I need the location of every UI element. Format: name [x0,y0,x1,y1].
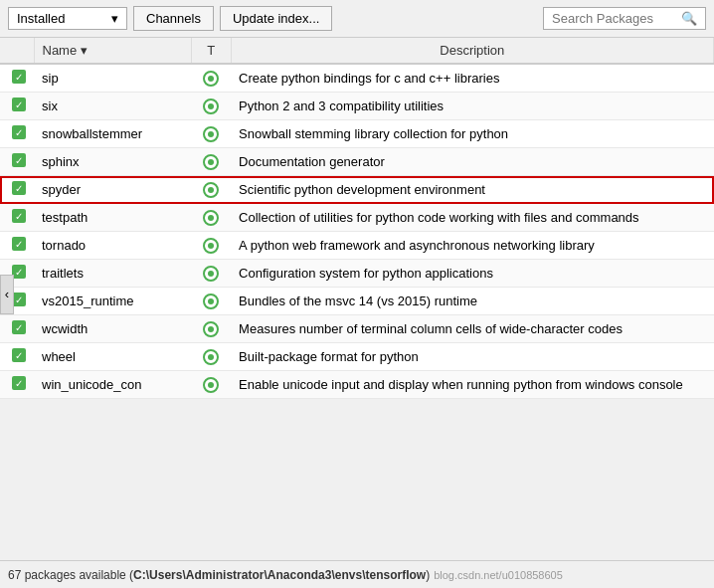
table-row[interactable]: sipCreate python bindings for c and c++ … [0,64,714,93]
package-type-icon [203,238,219,254]
checked-icon [12,181,26,195]
package-type-icon [203,154,219,170]
table-row[interactable]: tornadoA python web framework and asynch… [0,232,714,260]
package-type-icon [203,294,219,309]
package-name: spyder [34,176,191,204]
checked-icon [12,293,26,306]
checked-icon [12,376,26,390]
checked-icon [12,237,26,251]
filter-dropdown[interactable]: Installed ▾ [8,7,127,30]
package-type [191,343,231,371]
row-checkbox[interactable] [0,93,34,120]
package-description: Configuration system for python applicat… [231,260,713,288]
package-name: win_unicode_con [34,371,191,399]
type-col-header: T [191,38,231,64]
row-checkbox[interactable] [0,148,34,176]
sort-icon: ▾ [81,43,88,58]
package-type-icon [203,182,219,198]
row-checkbox[interactable] [0,232,34,260]
package-type-icon [203,321,219,337]
sidebar-toggle-arrow[interactable]: ‹ [0,275,14,314]
package-type [191,148,231,176]
row-checkbox[interactable] [0,64,34,93]
package-name: six [34,93,191,120]
package-type-icon [203,98,219,114]
desc-col-header: Description [231,38,713,64]
package-type [191,204,231,232]
checked-icon [12,348,26,362]
package-name: sip [34,64,191,93]
checked-icon [12,320,26,334]
package-name: tornado [34,232,191,260]
package-name: sphinx [34,148,191,176]
package-name: testpath [34,204,191,232]
packages-table: Name ▾ T Description sipCreate python bi… [0,38,714,399]
update-index-button[interactable]: Update index... [220,6,332,31]
package-type [191,120,231,148]
package-description: Create python bindings for c and c++ lib… [231,64,713,93]
table-row[interactable]: testpathCollection of utilities for pyth… [0,204,714,232]
name-col-header[interactable]: Name ▾ [34,38,191,64]
package-description: Documentation generator [231,148,713,176]
package-type [191,260,231,288]
package-description: Enable unicode input and display when ru… [231,371,713,399]
search-icon: 🔍 [681,11,697,26]
package-type-icon [203,71,219,87]
status-suffix: ) [426,568,430,582]
table-row[interactable]: spyderScientific python development envi… [0,176,714,204]
package-type [191,315,231,343]
check-col-header [0,38,34,64]
package-type [191,371,231,399]
table-row[interactable]: wcwidthMeasures number of terminal colum… [0,315,714,343]
table-row[interactable]: wheelBuilt-package format for python [0,343,714,371]
package-type-icon [203,349,219,365]
status-bar: 67 packages available (C:\Users\Administ… [0,560,714,588]
package-name: wheel [34,343,191,371]
row-checkbox[interactable] [0,315,34,343]
package-type-icon [203,377,219,393]
package-type-icon [203,126,219,142]
package-description: Bundles of the msvc 14 (vs 2015) runtime [231,288,713,315]
checked-icon [12,98,26,111]
row-checkbox[interactable] [0,204,34,232]
package-description: A python web framework and asynchronous … [231,232,713,260]
package-description: Scientific python development environmen… [231,176,713,204]
package-description: Snowball stemming library collection for… [231,120,713,148]
row-checkbox[interactable] [0,371,34,399]
row-checkbox[interactable] [0,120,34,148]
status-path: C:\Users\Administrator\Anaconda3\envs\te… [133,568,426,582]
package-name: vs2015_runtime [34,288,191,315]
search-box: 🔍 [543,7,706,30]
checked-icon [12,209,26,223]
packages-list: sipCreate python bindings for c and c++ … [0,64,714,399]
checked-icon [12,70,26,84]
table-row[interactable]: traitletsConfiguration system for python… [0,260,714,288]
package-type [191,64,231,93]
channels-button[interactable]: Channels [133,6,214,31]
package-name: wcwidth [34,315,191,343]
table-header-row: Name ▾ T Description [0,38,714,64]
arrow-icon: ‹ [5,287,9,301]
package-type-icon [203,266,219,282]
package-type [191,288,231,315]
package-description: Python 2 and 3 compatibility utilities [231,93,713,120]
table-row[interactable]: sixPython 2 and 3 compatibility utilitie… [0,93,714,120]
search-input[interactable] [552,11,681,26]
package-description: Collection of utilities for python code … [231,204,713,232]
table-row[interactable]: snowballstemmerSnowball stemming library… [0,120,714,148]
row-checkbox[interactable] [0,176,34,204]
package-type [191,232,231,260]
table-row[interactable]: win_unicode_conEnable unicode input and … [0,371,714,399]
row-checkbox[interactable] [0,343,34,371]
checked-icon [12,153,26,167]
table-row[interactable]: vs2015_runtimeBundles of the msvc 14 (vs… [0,288,714,315]
package-name: snowballstemmer [34,120,191,148]
package-description: Measures number of terminal column cells… [231,315,713,343]
checked-icon [12,125,26,139]
package-type-icon [203,210,219,226]
checked-icon [12,265,26,279]
package-type [191,93,231,120]
table-row[interactable]: sphinxDocumentation generator [0,148,714,176]
chevron-down-icon: ▾ [111,11,118,26]
package-description: Built-package format for python [231,343,713,371]
